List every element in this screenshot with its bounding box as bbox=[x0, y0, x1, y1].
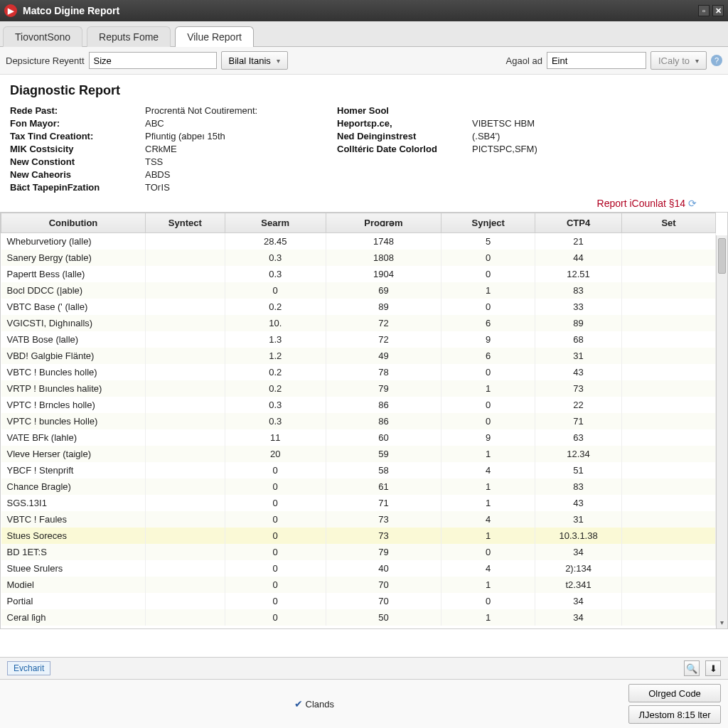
cell: 63 bbox=[535, 429, 622, 446]
cell: 1 bbox=[441, 609, 535, 626]
cell: 50 bbox=[326, 609, 441, 626]
table-row[interactable]: Sanery Bergy (table)0.31808044 bbox=[1, 250, 716, 266]
scrollbar-thumb[interactable] bbox=[718, 238, 726, 274]
table-row[interactable]: Portial070034 bbox=[1, 593, 716, 609]
cell: 0 bbox=[225, 593, 326, 609]
caly-dropdown[interactable]: ICaly to bbox=[651, 51, 707, 70]
cell: VPTC ! buncles Holle) bbox=[1, 413, 146, 429]
orged-code-button[interactable]: Olrged Code bbox=[628, 684, 721, 702]
table-row[interactable]: Stues Soreces073110.3.1.38 bbox=[1, 528, 716, 544]
cell: 0 bbox=[225, 528, 326, 544]
meta-value: TOгIS bbox=[145, 182, 170, 193]
cell: 71 bbox=[535, 413, 622, 429]
cell bbox=[621, 446, 715, 462]
cell: 1 bbox=[441, 282, 535, 299]
cell: VBD! Galgbie Flänte) bbox=[1, 348, 146, 364]
report-count: Report iCounlat §14 bbox=[597, 198, 686, 209]
export-button[interactable]: Evcharit bbox=[7, 661, 50, 675]
cell bbox=[621, 233, 715, 250]
column-header[interactable]: Proɑrəm bbox=[326, 213, 441, 233]
help-icon[interactable]: ? bbox=[711, 55, 722, 66]
table-row[interactable]: Papertt Bess (lalle)0.31904012.51 bbox=[1, 266, 716, 282]
cell bbox=[621, 528, 715, 544]
filter-input[interactable] bbox=[89, 52, 217, 69]
cell: 0.3 bbox=[225, 397, 326, 413]
minimize-button[interactable]: ▫ bbox=[698, 5, 710, 16]
cell: 73 bbox=[535, 380, 622, 397]
table-row[interactable]: Ceral ſigh050134 bbox=[1, 609, 716, 626]
cell bbox=[146, 315, 225, 331]
table-row[interactable]: SGS.13I1071143 bbox=[1, 495, 716, 511]
table-row[interactable]: VBD! Galgbie Flänte)1.249631 bbox=[1, 348, 716, 364]
cell bbox=[146, 528, 225, 544]
cell: 86 bbox=[326, 413, 441, 429]
column-header[interactable]: Syntect bbox=[146, 213, 225, 233]
bial-dropdown[interactable]: Bilal Itanis bbox=[221, 51, 288, 70]
vertical-scrollbar[interactable]: ▾ bbox=[716, 235, 727, 628]
table-row[interactable]: VPTC ! buncles Holle)0.386071 bbox=[1, 413, 716, 429]
cell: 0.3 bbox=[225, 250, 326, 266]
destom-iter-button[interactable]: ЛJestom 8:15 lter bbox=[628, 705, 721, 724]
tab-tiovontsono[interactable]: TiovontSono bbox=[3, 26, 82, 47]
cell: 10.3.1.38 bbox=[535, 528, 622, 544]
window-title: Matco Digine Report bbox=[23, 5, 119, 16]
table-row[interactable]: Stuee Srulers04042):134 bbox=[1, 560, 716, 577]
agol-input[interactable] bbox=[547, 52, 646, 69]
cell bbox=[146, 282, 225, 299]
table-row[interactable]: VBTC Base (' (lalle)0.289033 bbox=[1, 299, 716, 315]
refresh-icon[interactable]: ⟳ bbox=[688, 198, 697, 209]
cell bbox=[146, 348, 225, 364]
column-header[interactable]: Conibution bbox=[1, 213, 146, 233]
table-row[interactable]: Whеburvetiory (lalle)28.451748521 bbox=[1, 233, 716, 250]
table-row[interactable]: Vleve Herser (taigle)2059112.34 bbox=[1, 446, 716, 462]
table-row[interactable]: Bocl DDCC (|able)069183 bbox=[1, 282, 716, 299]
cell bbox=[621, 560, 715, 577]
scroll-down-icon[interactable]: ▾ bbox=[717, 619, 727, 628]
close-button[interactable]: ✕ bbox=[712, 5, 724, 16]
cell: 1748 bbox=[326, 233, 441, 250]
cell: 0 bbox=[225, 544, 326, 560]
table-row[interactable]: VBTC ! Buncles holle)0.278043 bbox=[1, 364, 716, 380]
table-row[interactable]: YBCF ! Stenprift058451 bbox=[1, 462, 716, 478]
download-icon[interactable]: ⬇ bbox=[705, 660, 721, 676]
cell bbox=[146, 250, 225, 266]
table-row[interactable]: VATB Bose (lalle)1.372968 bbox=[1, 331, 716, 348]
table-row[interactable]: VGICSTI, Dighınalls)10.72689 bbox=[1, 315, 716, 331]
app-logo-icon: ▶ bbox=[4, 4, 17, 17]
cell: BD 1ET:S bbox=[1, 544, 146, 560]
cell: 0.2 bbox=[225, 380, 326, 397]
title-bar: ▶ Matco Digine Report ▫ ✕ bbox=[0, 0, 728, 21]
table-row[interactable]: Modiel0701t2.341 bbox=[1, 577, 716, 593]
cell: 0 bbox=[225, 478, 326, 495]
cell: 0.2 bbox=[225, 364, 326, 380]
meta-value: TSS bbox=[145, 156, 163, 167]
cell: VBTC Base (' (lalle) bbox=[1, 299, 146, 315]
cell: 1904 bbox=[326, 266, 441, 282]
cell: 0 bbox=[441, 266, 535, 282]
column-header[interactable]: Set bbox=[621, 213, 715, 233]
meta-label: Fon Mayor: bbox=[10, 118, 145, 129]
cell: 4 bbox=[441, 462, 535, 478]
cell: 1.2 bbox=[225, 348, 326, 364]
tab-reputs-fome[interactable]: Reputs Fome bbox=[87, 26, 171, 47]
cell: 72 bbox=[326, 331, 441, 348]
search-icon[interactable]: 🔍 bbox=[684, 660, 700, 676]
table-row[interactable]: BD 1ET:S079034 bbox=[1, 544, 716, 560]
cell: 5 bbox=[441, 233, 535, 250]
column-header[interactable]: Synject bbox=[441, 213, 535, 233]
cell: 0.3 bbox=[225, 266, 326, 282]
tab-vilue-report[interactable]: Vilue Report bbox=[175, 26, 254, 47]
cell: Bocl DDCC (|able) bbox=[1, 282, 146, 299]
column-header[interactable]: Searm bbox=[225, 213, 326, 233]
table-row[interactable]: Chance Bragle)061183 bbox=[1, 478, 716, 495]
cell bbox=[621, 478, 715, 495]
cell bbox=[621, 331, 715, 348]
cell bbox=[621, 429, 715, 446]
table-row[interactable]: VBTC ! Faules073431 bbox=[1, 511, 716, 528]
table-row[interactable]: VATE BFk (lahle)1160963 bbox=[1, 429, 716, 446]
table-row[interactable]: VRTP ! Bıuncles halite)0.279173 bbox=[1, 380, 716, 397]
cell: 0.3 bbox=[225, 413, 326, 429]
table-row[interactable]: VPTC ! Brncles holle)0.386022 bbox=[1, 397, 716, 413]
cell: 0.2 bbox=[225, 299, 326, 315]
column-header[interactable]: CTP4 bbox=[535, 213, 622, 233]
